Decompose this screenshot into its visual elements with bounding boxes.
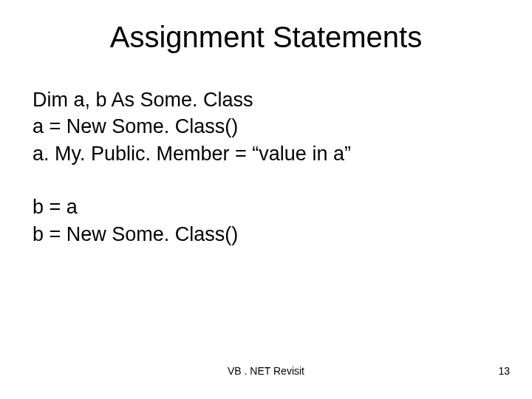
code-line: a. My. Public. Member = “value in a” <box>33 140 532 167</box>
slide-content: Dim a, b As Some. Class a = New Some. Cl… <box>0 54 532 248</box>
code-block-2: b = a b = New Some. Class() <box>33 194 532 248</box>
page-number: 13 <box>498 365 510 377</box>
footer-label: VB . NET Revisit <box>0 365 532 377</box>
slide-title: Assignment Statements <box>0 0 532 54</box>
code-line: Dim a, b As Some. Class <box>33 86 532 113</box>
code-line: b = a <box>33 194 532 220</box>
code-block-1: Dim a, b As Some. Class a = New Some. Cl… <box>33 86 532 167</box>
code-line: b = New Some. Class() <box>33 221 532 248</box>
code-line: a = New Some. Class() <box>33 113 532 140</box>
